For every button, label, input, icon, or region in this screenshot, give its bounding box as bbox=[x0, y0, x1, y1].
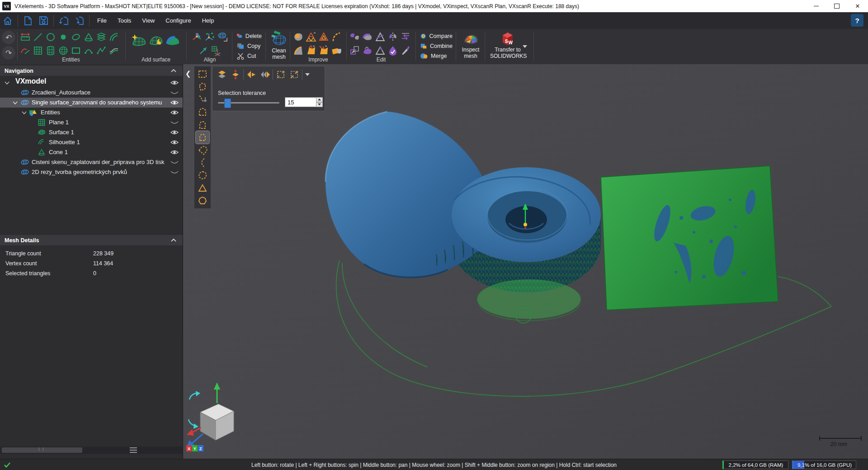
smooth-boundary-button[interactable] bbox=[330, 31, 343, 43]
shrink-selection-icon[interactable] bbox=[288, 68, 301, 81]
circle-entity-button[interactable] bbox=[44, 31, 57, 43]
align-entities-button[interactable] bbox=[191, 31, 203, 43]
menu-tools[interactable]: Tools bbox=[112, 14, 137, 27]
selection-dome-tool-active[interactable] bbox=[196, 131, 209, 144]
tree-row-cone1[interactable]: Cone 1 bbox=[0, 147, 183, 157]
spin-up-button[interactable] bbox=[316, 97, 323, 102]
cylinder-entity-button[interactable] bbox=[44, 44, 57, 57]
help-button[interactable]: ? bbox=[851, 14, 863, 27]
flip-normals-button[interactable] bbox=[399, 31, 412, 43]
waterproof-button[interactable] bbox=[387, 44, 399, 57]
selection-tolerance-input[interactable]: 15 bbox=[285, 97, 316, 107]
menu-configure[interactable]: Configure bbox=[160, 14, 196, 27]
invert-selection-icon[interactable] bbox=[245, 68, 258, 81]
visibility-eye-icon[interactable] bbox=[170, 139, 179, 146]
grow-selection-icon[interactable] bbox=[274, 68, 288, 81]
panel-horizontal-scrollbar[interactable] bbox=[0, 446, 183, 454]
transfer-options-caret[interactable] bbox=[523, 45, 527, 48]
arc-entity-button[interactable] bbox=[82, 44, 95, 57]
selection-path-tool[interactable] bbox=[196, 93, 209, 106]
reduce-triangles-button[interactable] bbox=[317, 44, 330, 57]
selection-arc-tool[interactable] bbox=[196, 156, 209, 169]
expander-icon[interactable] bbox=[13, 101, 18, 104]
visibility-eye-icon[interactable] bbox=[170, 129, 179, 136]
auto-surface-button[interactable] bbox=[130, 33, 147, 48]
close-button[interactable]: ✕ bbox=[847, 0, 868, 12]
mesh-details-header[interactable]: Mesh Details bbox=[0, 235, 183, 245]
slices-entity-button[interactable] bbox=[95, 31, 108, 43]
sand-mesh-button[interactable] bbox=[330, 44, 343, 57]
home-button[interactable] bbox=[0, 14, 15, 28]
menu-view[interactable]: View bbox=[137, 14, 160, 27]
transfer-solidworks-button[interactable]: SW Transfer to SOLIDWORKS bbox=[487, 29, 528, 60]
save-session-button[interactable] bbox=[36, 14, 51, 28]
selection-triangle-tool[interactable] bbox=[196, 182, 209, 194]
merge-button[interactable]: Merge bbox=[418, 51, 454, 61]
through-selection-icon[interactable] bbox=[215, 68, 229, 81]
tree-row-single-surface[interactable]: Single surface_zarovnani do souradneho s… bbox=[0, 98, 183, 108]
export-session-button[interactable] bbox=[71, 14, 87, 28]
manual-surface-button[interactable] bbox=[147, 33, 165, 48]
boundary-cut-button[interactable] bbox=[374, 44, 387, 57]
redo-button[interactable]: ↷ bbox=[2, 46, 15, 60]
copy-button[interactable]: Copy bbox=[235, 41, 264, 51]
viewport-3d[interactable]: ❮ Selection tolerance 15 bbox=[183, 64, 868, 459]
tree-row-entities[interactable]: Entities bbox=[0, 108, 183, 118]
mirror-mesh-button[interactable] bbox=[387, 31, 399, 43]
fillet-entity-button[interactable] bbox=[108, 31, 120, 43]
inspect-mesh-button[interactable]: Inspect mesh bbox=[458, 29, 483, 60]
selection-options-caret[interactable] bbox=[303, 68, 311, 81]
tree-row-silhouette1[interactable]: Silhouette 1 bbox=[0, 137, 183, 147]
extract-surface-button[interactable] bbox=[361, 44, 374, 57]
align-points-button[interactable] bbox=[203, 31, 216, 43]
collapse-up-icon[interactable] bbox=[171, 69, 176, 72]
tree-row-surface1[interactable]: Surface 1 bbox=[0, 127, 183, 137]
polyline-entity-button[interactable] bbox=[95, 44, 108, 57]
tree-row-vxmodel[interactable]: VXmodel bbox=[0, 78, 183, 88]
selection-freeform-tool[interactable] bbox=[196, 80, 209, 93]
import-session-button[interactable] bbox=[56, 14, 71, 28]
combine-button[interactable]: Combine bbox=[418, 41, 454, 51]
selection-rectangle-tool[interactable] bbox=[196, 68, 209, 80]
rectangle-entity-button[interactable] bbox=[70, 44, 82, 57]
visible-selection-icon[interactable] bbox=[229, 68, 242, 81]
crop-mesh-button[interactable] bbox=[349, 44, 361, 57]
tree-row-2drezy[interactable]: 2D rezy_tvorba geometrických prvků bbox=[0, 167, 183, 177]
clean-mesh-button[interactable]: Clean mesh bbox=[267, 29, 291, 61]
collapse-up-icon[interactable] bbox=[171, 238, 176, 242]
list-view-icon[interactable] bbox=[129, 447, 137, 453]
fill-boundary-button[interactable] bbox=[292, 44, 305, 57]
selection-polygon-tool[interactable] bbox=[196, 194, 209, 207]
cut-button[interactable]: Cut bbox=[235, 51, 264, 61]
delete-button[interactable]: Delete bbox=[235, 31, 264, 41]
visibility-eye-icon[interactable] bbox=[170, 109, 179, 116]
selection-dome-rotated-tool[interactable] bbox=[196, 144, 209, 156]
plane-entity-button[interactable] bbox=[32, 44, 44, 57]
visibility-eye-closed-icon[interactable] bbox=[170, 169, 179, 175]
plane-cut-button[interactable] bbox=[374, 31, 387, 43]
panel-collapse-chevron[interactable]: ❮ bbox=[184, 68, 192, 80]
fill-holes-button[interactable] bbox=[292, 31, 305, 43]
offset-mesh-button[interactable] bbox=[361, 31, 374, 43]
visibility-eye-closed-icon[interactable] bbox=[170, 119, 179, 126]
visibility-eye-closed-icon[interactable] bbox=[170, 89, 179, 96]
new-session-button[interactable] bbox=[20, 14, 36, 28]
repair-mesh-button[interactable] bbox=[305, 31, 317, 43]
extend-surface-button[interactable] bbox=[165, 33, 182, 48]
remesh-button[interactable] bbox=[349, 31, 361, 43]
cone-entity-button[interactable] bbox=[82, 31, 95, 43]
offset-entity-button[interactable] bbox=[108, 44, 120, 57]
minimize-button[interactable] bbox=[806, 0, 826, 12]
align-mesh-button[interactable] bbox=[216, 31, 229, 43]
slider-handle[interactable] bbox=[224, 99, 231, 108]
sphere-entity-button[interactable] bbox=[57, 44, 70, 57]
add-triangles-button[interactable] bbox=[305, 44, 317, 57]
menu-help[interactable]: Help bbox=[197, 14, 220, 27]
defect-wizard-button[interactable] bbox=[317, 31, 330, 43]
visibility-eye-icon[interactable] bbox=[170, 149, 179, 155]
tree-row-cisteni[interactable]: Cisteni skenu_zaplatovani der_priprava p… bbox=[0, 157, 183, 167]
expander-icon[interactable] bbox=[22, 111, 27, 114]
align-translate-button[interactable] bbox=[197, 44, 210, 57]
maximize-button[interactable] bbox=[826, 0, 847, 12]
knife-cut-button[interactable] bbox=[399, 44, 412, 57]
